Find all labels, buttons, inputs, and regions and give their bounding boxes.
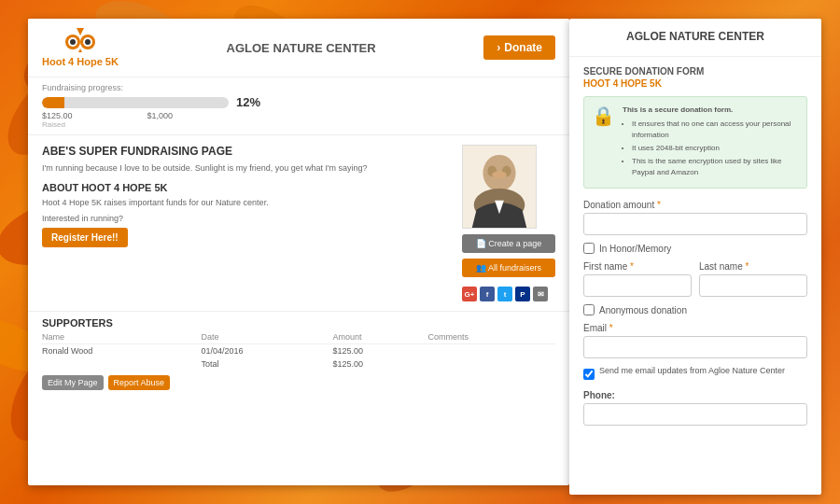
supporter-name: Ronald Wood (42, 344, 201, 358)
facebook-icon[interactable]: f (480, 287, 495, 301)
total-label (42, 357, 201, 371)
col-date: Date (201, 332, 332, 344)
bottom-buttons: Edit My Page Report Abuse (42, 375, 555, 390)
right-content: 📄 Create a page 👥 All fundraisers G+ f t… (462, 145, 555, 301)
google-plus-icon[interactable]: G+ (462, 287, 477, 301)
fundraising-description: I'm running because I love to be outside… (42, 162, 453, 175)
last-name-label: Last name * (699, 261, 807, 272)
portrait-image (462, 145, 537, 229)
chevron-right-icon: › (497, 41, 500, 54)
secure-point-3: This is the same encryption used by site… (632, 156, 799, 178)
progress-bar-background (42, 97, 229, 108)
fundraising-title: ABE'S SUPER FUNDRAISING PAGE (42, 145, 453, 158)
total-date-label: Total (201, 357, 332, 371)
group-icon: 👥 (476, 263, 488, 273)
email-input[interactable] (583, 336, 807, 358)
all-fundraisers-button[interactable]: 👥 All fundraisers (462, 259, 555, 277)
donation-panel: AGLOE NATURE CENTER SECURE DONATION FORM… (569, 19, 821, 495)
total-comments (428, 357, 555, 371)
donation-amount-label: Donation amount * (583, 200, 807, 210)
last-name-input[interactable] (699, 274, 807, 297)
svg-point-39 (492, 171, 507, 178)
phone-group: Phone: (583, 390, 807, 426)
plus-icon: 📄 (476, 239, 489, 248)
secure-point-1: It ensures that no one can access your p… (632, 119, 799, 141)
send-updates-label: Send me email updates from Agloe Nature … (599, 366, 785, 375)
last-name-group: Last name * (699, 261, 807, 297)
secure-title: This is a secure donation form. (623, 105, 799, 116)
svg-marker-32 (77, 28, 84, 35)
logo-text: Hoot 4 Hope 5K (42, 56, 119, 67)
phone-input[interactable] (583, 403, 807, 426)
table-row: Ronald Wood 01/04/2016 $125.00 (42, 344, 555, 358)
secure-points: It ensures that no one can access your p… (623, 119, 799, 178)
col-name: Name (42, 332, 201, 344)
email-group: Email * (583, 323, 807, 358)
progress-percent: 12% (236, 95, 260, 109)
content-area: ABE'S SUPER FUNDRAISING PAGE I'm running… (28, 135, 569, 311)
in-honor-checkbox-group: In Honor/Memory (583, 243, 807, 254)
fundraisers-label: All fundraisers (488, 263, 541, 273)
anonymous-label: Anonymous donation (599, 305, 687, 315)
progress-bar-fill (42, 97, 64, 108)
main-card: Hoot 4 Hope 5K AGLOE NATURE CENTER › Don… (28, 19, 569, 485)
donation-amount-input[interactable] (583, 213, 807, 235)
create-page-label: Create a page (488, 239, 541, 248)
in-honor-label: In Honor/Memory (599, 244, 671, 254)
table-header-row: Name Date Amount Comments (42, 332, 555, 344)
svg-marker-33 (78, 49, 82, 52)
edit-page-button[interactable]: Edit My Page (42, 375, 104, 390)
supporter-amount: $125.00 (333, 344, 428, 358)
svg-point-30 (70, 39, 76, 45)
twitter-icon[interactable]: t (497, 287, 512, 301)
supporters-title: SUPPORTERS (42, 317, 555, 329)
panel-org-title: AGLOE NATURE CENTER (583, 30, 807, 43)
first-name-label: First name * (583, 261, 692, 272)
donate-button-label: Donate (504, 41, 542, 54)
secure-info-box: 🔒 This is a secure donation form. It ens… (583, 96, 807, 189)
raised-label: Raised (42, 120, 555, 129)
anonymous-checkbox[interactable] (583, 304, 595, 315)
phone-label: Phone: (583, 390, 807, 400)
panel-header: AGLOE NATURE CENTER (569, 19, 821, 57)
amount-raised: $125.00 (42, 111, 73, 120)
supporter-comments (428, 344, 555, 358)
paypal-icon[interactable]: P (515, 287, 530, 301)
amount-goal: $1,000 (147, 111, 174, 120)
email-share-icon[interactable]: ✉ (533, 287, 548, 301)
lock-icon: 🔒 (592, 105, 615, 180)
panel-content: SECURE DONATION FORM HOOT 4 HOPE 5K 🔒 Th… (569, 57, 821, 442)
total-amount: $125.00 (333, 357, 428, 371)
about-title: ABOUT HOOT 4 HOPE 5K (42, 182, 453, 193)
first-name-input[interactable] (583, 274, 692, 297)
donate-button[interactable]: › Donate (483, 35, 555, 60)
secure-message: This is a secure donation form. It ensur… (623, 105, 799, 180)
progress-area: Fundraising progress: 12% $125.00 $1,000… (28, 77, 569, 135)
in-honor-checkbox[interactable] (583, 243, 595, 254)
anonymous-checkbox-group: Anonymous donation (583, 304, 807, 315)
progress-label: Fundraising progress: (42, 83, 555, 92)
left-content: ABE'S SUPER FUNDRAISING PAGE I'm running… (42, 145, 453, 301)
header-org-title: AGLOE NATURE CENTER (119, 41, 483, 55)
col-comments: Comments (428, 332, 555, 344)
secure-point-2: It uses 2048-bit encryption (632, 143, 799, 154)
first-name-group: First name * (583, 261, 692, 297)
register-button[interactable]: Register Here!! (42, 228, 128, 247)
donation-amount-group: Donation amount * (583, 200, 807, 235)
page-header: Hoot 4 Hope 5K AGLOE NATURE CENTER › Don… (28, 19, 569, 77)
svg-point-31 (85, 39, 91, 45)
send-updates-checkbox[interactable] (583, 369, 595, 380)
col-amount: Amount (333, 332, 428, 344)
table-total-row: Total $125.00 (42, 357, 555, 371)
supporter-date: 01/04/2016 (201, 344, 332, 358)
interested-text: Interested in running? (42, 214, 453, 223)
name-row: First name * Last name * (583, 261, 807, 304)
person-portrait (463, 145, 536, 229)
event-label: HOOT 4 HOPE 5K (583, 78, 807, 89)
social-icons: G+ f t P ✉ (462, 287, 555, 301)
about-description: Hoot 4 Hope 5K raises important funds fo… (42, 197, 453, 209)
progress-amounts: $125.00 $1,000 (42, 111, 555, 120)
report-abuse-button[interactable]: Report Abuse (108, 375, 171, 390)
create-page-button[interactable]: 📄 Create a page (462, 234, 555, 253)
owl-logo-icon (62, 28, 99, 56)
